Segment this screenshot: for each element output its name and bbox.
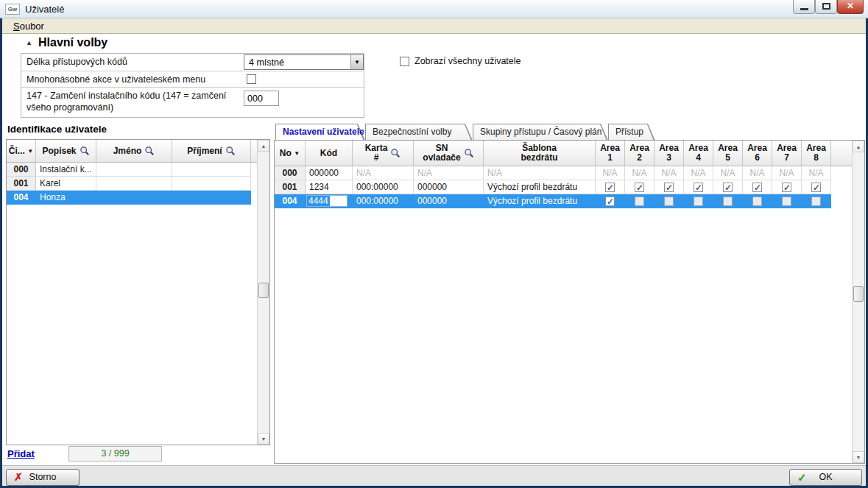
cancel-button[interactable]: ✗ Storno <box>6 469 80 486</box>
column-header-sn[interactable]: SNovladače <box>414 141 484 166</box>
column-header-prijmeni[interactable]: Příjmení <box>172 140 251 163</box>
scroll-down-icon[interactable]: ▼ <box>258 433 269 445</box>
column-header-number[interactable]: Či... ▼ <box>7 140 36 163</box>
area-checkbox[interactable]: ✓ <box>635 183 644 192</box>
ok-button[interactable]: ✓ OK <box>789 469 862 486</box>
collapse-section-icon[interactable]: ▲ <box>26 39 32 46</box>
user-list-header: Či... ▼ Popisek Jméno Příjmení <box>7 140 257 163</box>
column-header-area-6[interactable]: Area6 <box>743 141 772 166</box>
area-checkbox[interactable]: ✓ <box>811 183 821 192</box>
installer-lock-input[interactable] <box>244 91 279 106</box>
minimize-button[interactable] <box>793 0 815 14</box>
main-options-table: Délka přístupových kódů 4 místné ▼ Mnoho… <box>21 53 364 118</box>
maximize-icon <box>822 3 830 10</box>
scrollbar-thumb[interactable] <box>258 283 269 298</box>
column-header-popisek[interactable]: Popisek <box>36 140 96 163</box>
menu-bar: Soubor <box>2 18 866 34</box>
option-row-installer-lock: 147 - Zamčení instalačního kódu (147 = z… <box>21 88 364 117</box>
settings-scrollbar[interactable]: ▲ ▼ <box>852 141 864 463</box>
window-border-left <box>0 18 2 488</box>
close-icon: ✕ <box>847 1 854 11</box>
area-checkbox[interactable]: ✓ <box>694 183 703 192</box>
column-header-jmeno[interactable]: Jméno <box>96 140 172 163</box>
code-length-dropdown[interactable]: 4 místné ▼ <box>244 54 364 70</box>
user-row[interactable]: 001 Karel <box>7 177 258 191</box>
column-header-area-1[interactable]: Area1 <box>596 141 625 166</box>
window-title: Uživatelé <box>25 4 64 15</box>
search-icon[interactable] <box>464 148 474 158</box>
option-row-multi-action: Mnohonásobné akce v uživateleském menu <box>21 71 364 88</box>
option-row-code-length: Délka přístupových kódů 4 místné ▼ <box>21 54 364 71</box>
search-icon[interactable] <box>144 146 155 156</box>
area-checkbox[interactable] <box>635 197 644 206</box>
column-header-area-4[interactable]: Area4 <box>684 141 713 166</box>
user-list-table: Či... ▼ Popisek Jméno Příjmení 000 Insta… <box>6 139 270 445</box>
scroll-down-icon[interactable]: ▼ <box>853 451 864 463</box>
column-header-karta[interactable]: Karta# <box>353 141 414 166</box>
code-length-value: 4 místné <box>249 57 284 68</box>
settings-row-selected[interactable]: 004 4444 000:00000 000000 Výchozí profil… <box>275 194 853 208</box>
menu-file[interactable]: Soubor <box>10 20 48 32</box>
area-checkbox[interactable]: ✓ <box>605 197 615 206</box>
users-dialog: Gw Uživatelé ✕ Soubor ▲ Hlavní volby Dél… <box>0 0 868 488</box>
title-bar[interactable]: Gw Uživatelé ✕ <box>0 0 868 18</box>
area-checkbox[interactable]: ✓ <box>752 183 762 192</box>
sort-desc-icon: ▼ <box>27 146 33 156</box>
show-all-users-checkbox[interactable] <box>400 57 409 66</box>
area-checkbox[interactable]: ✓ <box>664 183 674 192</box>
search-icon[interactable] <box>80 146 90 156</box>
area-checkbox[interactable] <box>694 197 703 206</box>
area-checkbox[interactable]: ✓ <box>605 183 615 192</box>
area-checkbox[interactable] <box>752 197 762 206</box>
column-header-area-8[interactable]: Area8 <box>802 141 831 166</box>
user-row-selected[interactable]: 004 Honza <box>7 191 258 205</box>
search-icon[interactable] <box>225 146 236 156</box>
column-header-filler <box>831 141 853 166</box>
column-header-kod[interactable]: Kód <box>306 141 353 166</box>
chevron-down-icon[interactable]: ▼ <box>350 55 363 69</box>
settings-row[interactable]: 000 000000 N/A N/A N/A N/A N/A N/A N/A N… <box>275 166 853 180</box>
scrollbar-thumb[interactable] <box>853 286 864 302</box>
area-checkbox[interactable]: ✓ <box>782 183 791 192</box>
column-header-no[interactable]: No ▼ <box>275 141 306 166</box>
tab-security-options[interactable]: Bezpečnostíní volby <box>365 124 473 141</box>
multi-action-label: Mnohonásobné akce v uživateleském menu <box>27 74 237 85</box>
minimize-icon <box>800 8 808 10</box>
tab-access[interactable]: Přístup <box>608 124 655 141</box>
column-header-area-7[interactable]: Area7 <box>772 141 802 166</box>
area-checkbox[interactable]: ✓ <box>723 183 733 192</box>
user-counter: 3 / 999 <box>68 446 162 462</box>
settings-row[interactable]: 001 1234 000:00000 000000 Výchozí profil… <box>275 180 853 194</box>
column-header-area-3[interactable]: Area3 <box>654 141 684 166</box>
user-settings-table: No ▼ Kód Karta# SNovladače Šablonabezdrá… <box>274 140 865 464</box>
user-row[interactable]: 000 Instalační k... <box>7 163 258 177</box>
multi-action-checkbox[interactable] <box>247 74 256 84</box>
add-user-link[interactable]: Přidat <box>7 448 35 459</box>
close-button[interactable]: ✕ <box>837 0 864 14</box>
maximize-button[interactable] <box>815 0 837 14</box>
sort-desc-icon: ▼ <box>294 149 300 158</box>
kod-edit-input[interactable]: 4444 <box>306 195 347 207</box>
scroll-up-icon[interactable]: ▲ <box>853 141 864 152</box>
kod-cell-editing[interactable]: 4444 <box>306 194 353 208</box>
tab-user-settings[interactable]: Nastavení uživatele <box>275 124 365 141</box>
column-header-area-2[interactable]: Area2 <box>625 141 654 166</box>
column-header-area-5[interactable]: Area5 <box>713 141 743 166</box>
area-checkbox[interactable] <box>664 197 674 206</box>
column-header-sablona[interactable]: Šablonabezdrátu <box>484 141 596 166</box>
search-icon[interactable] <box>390 148 401 158</box>
footer-bar: ✗ Storno ✓ OK <box>2 465 866 486</box>
scroll-up-icon[interactable]: ▲ <box>258 140 269 152</box>
section-title: Hlavní volby <box>38 36 107 49</box>
tab-access-groups[interactable]: Skupiny přístupu / Časový plán <box>473 124 608 141</box>
show-all-users-label: Zobrazí všechny uživatele <box>414 56 521 66</box>
area-checkbox[interactable] <box>723 197 733 206</box>
installer-lock-label: 147 - Zamčení instalačního kódu (147 = z… <box>27 90 237 113</box>
settings-header: No ▼ Kód Karta# SNovladače Šablonabezdrá… <box>275 141 852 166</box>
user-list-scrollbar[interactable]: ▲ ▼ <box>257 140 269 445</box>
app-icon: Gw <box>5 4 20 15</box>
area-checkbox[interactable] <box>782 197 791 206</box>
area-checkbox[interactable] <box>811 197 821 206</box>
ok-check-icon: ✓ <box>797 470 807 485</box>
code-length-label: Délka přístupových kódů <box>27 56 237 68</box>
